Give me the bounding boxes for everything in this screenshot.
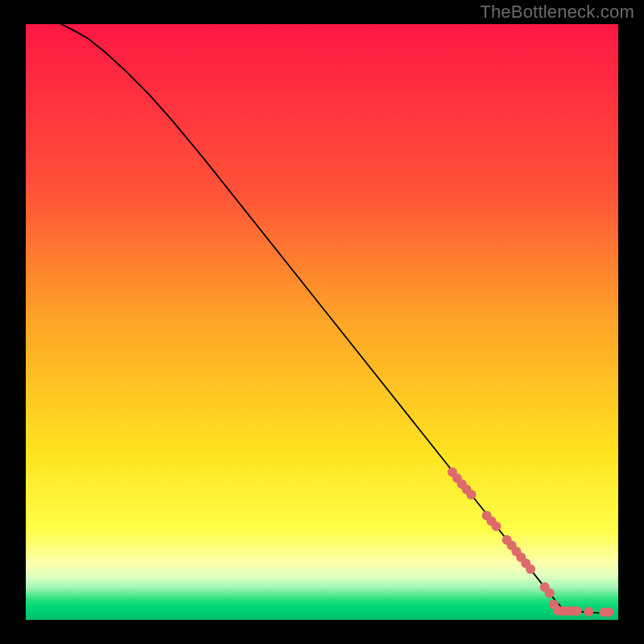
chart-stage: TheBottleneck.com [0, 0, 644, 644]
marker-dot [584, 607, 593, 617]
plot-background [26, 24, 618, 620]
marker-dot [545, 588, 555, 598]
marker-dot [526, 564, 535, 574]
marker-dot [491, 522, 501, 531]
bottleneck-chart [0, 0, 644, 644]
marker-dot [604, 607, 613, 617]
marker-dot [572, 606, 581, 616]
marker-dot [466, 490, 476, 500]
